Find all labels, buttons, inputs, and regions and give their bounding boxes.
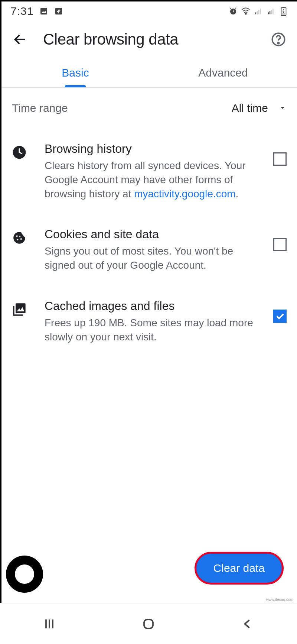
status-bar: 7:31: [1, 1, 297, 21]
option-cookies[interactable]: Cookies and site data Signs you out of m…: [12, 214, 287, 286]
picture-icon: [39, 7, 48, 16]
svg-point-20: [17, 239, 18, 240]
svg-point-22: [19, 236, 20, 237]
time-range-label: Time range: [12, 102, 68, 114]
tab-basic-label: Basic: [62, 67, 89, 79]
cookie-icon: [12, 230, 27, 245]
option-title-cookies: Cookies and site data: [45, 227, 255, 241]
wifi-icon: [241, 7, 250, 16]
status-time: 7:31: [10, 5, 33, 17]
status-right: [229, 7, 288, 16]
option-title-cache: Cached images and files: [45, 299, 255, 313]
time-range-value: All time: [232, 102, 287, 114]
svg-rect-23: [16, 303, 26, 313]
option-title-history: Browsing history: [45, 142, 255, 156]
signal-icon-1: [254, 7, 263, 16]
tab-advanced-label: Advanced: [198, 67, 248, 79]
option-browsing-history[interactable]: Browsing history Clears history from all…: [12, 129, 287, 214]
images-icon: [12, 302, 27, 317]
checkbox-cookies[interactable]: [273, 238, 287, 251]
svg-rect-15: [282, 13, 285, 14]
checkbox-history[interactable]: [273, 152, 287, 166]
clear-data-wrap: Clear data: [195, 552, 284, 585]
svg-rect-8: [260, 9, 261, 14]
svg-rect-6: [257, 11, 258, 14]
svg-point-19: [16, 236, 18, 237]
svg-rect-0: [40, 8, 47, 14]
tabs: Basic Advanced: [1, 58, 297, 88]
back-button[interactable]: [12, 31, 28, 48]
svg-rect-10: [270, 11, 271, 14]
svg-point-17: [278, 42, 279, 43]
svg-rect-14: [283, 7, 284, 7]
option-desc-history: Clears history from all synced devices. …: [45, 159, 255, 201]
time-range-selected: All time: [232, 102, 268, 114]
clear-data-button[interactable]: Clear data: [195, 552, 284, 585]
svg-point-4: [245, 13, 247, 14]
option-body-cache: Cached images and files Frees up 190 MB.…: [45, 299, 255, 344]
svg-rect-9: [268, 12, 269, 14]
option-body-history: Browsing history Clears history from all…: [45, 142, 255, 201]
option-desc-cookies: Signs you out of most sites. You won't b…: [45, 244, 255, 272]
battery-icon: [279, 7, 288, 16]
content: Time range All time Browsing history Cle…: [1, 88, 297, 357]
myactivity-link[interactable]: myactivity.google.com: [134, 188, 235, 200]
svg-rect-7: [258, 10, 260, 14]
android-navbar: [1, 603, 297, 644]
time-range-row[interactable]: Time range All time: [12, 88, 287, 129]
alarm-icon: [229, 7, 238, 16]
tab-basic[interactable]: Basic: [1, 58, 149, 87]
tab-advanced[interactable]: Advanced: [149, 58, 297, 87]
page-title: Clear browsing data: [43, 30, 255, 48]
option-desc-cache: Frees up 190 MB. Some sites may load mor…: [45, 316, 255, 344]
nav-back[interactable]: [236, 613, 259, 635]
signal-icon-2: [267, 7, 275, 16]
app-header: Clear browsing data: [1, 21, 297, 58]
checkbox-cache[interactable]: [273, 310, 287, 323]
dropdown-icon: [278, 102, 287, 114]
svg-rect-28: [144, 619, 153, 628]
status-left: 7:31: [10, 5, 63, 17]
option-body-cookies: Cookies and site data Signs you out of m…: [45, 227, 255, 272]
help-button[interactable]: [270, 31, 287, 48]
svg-rect-5: [255, 12, 257, 14]
svg-rect-12: [272, 9, 274, 14]
watermark: www.deuaq.com: [266, 598, 293, 602]
svg-point-21: [20, 238, 22, 240]
svg-rect-11: [271, 10, 272, 14]
option-cache[interactable]: Cached images and files Frees up 190 MB.…: [12, 286, 287, 357]
highlight-ring: [6, 556, 43, 593]
history-icon: [12, 145, 27, 160]
transfer-icon: [54, 7, 63, 16]
nav-recents[interactable]: [38, 613, 61, 635]
nav-home[interactable]: [137, 613, 160, 635]
